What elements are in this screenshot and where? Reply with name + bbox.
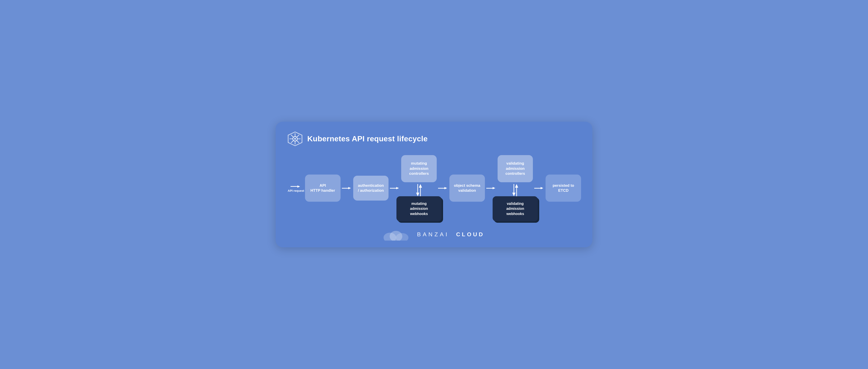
svg-marker-18 bbox=[444, 187, 447, 189]
flow-area: API request APIHTTP handler authenticati… bbox=[287, 155, 581, 221]
node-mutating-admission-label: mutatingadmissioncontrollers bbox=[409, 161, 429, 176]
validating-vertical-arrows bbox=[511, 184, 519, 196]
node-mutating-admission: mutatingadmissioncontrollers bbox=[401, 155, 437, 221]
svg-marker-15 bbox=[416, 193, 419, 196]
webhook-validating-box: validatingadmissionwebhooks bbox=[493, 196, 538, 221]
diagram-container: Kubernetes API request lifecycle API req… bbox=[276, 122, 592, 247]
svg-marker-13 bbox=[396, 187, 399, 189]
svg-marker-19 bbox=[493, 187, 495, 189]
mutating-vertical-arrows bbox=[415, 184, 423, 196]
node-api-http-handler-label: APIHTTP handler bbox=[310, 183, 335, 193]
brand-bold: CLOUD bbox=[456, 231, 485, 237]
initial-arrow-icon bbox=[297, 185, 301, 188]
brand-name: BANZAI bbox=[417, 231, 449, 237]
svg-line-8 bbox=[297, 140, 299, 143]
webhook-mutating-label: mutatingadmissionwebhooks bbox=[410, 202, 428, 216]
arrow3-icon bbox=[437, 187, 450, 190]
svg-marker-12 bbox=[348, 187, 351, 189]
svg-line-9 bbox=[297, 135, 299, 137]
api-request-label: API request bbox=[288, 189, 304, 193]
svg-marker-24 bbox=[540, 187, 543, 189]
webhook-validating-label: validatingadmissionwebhooks bbox=[506, 202, 524, 216]
svg-marker-11 bbox=[297, 186, 300, 188]
node-object-schema: object schemavalidation bbox=[450, 174, 485, 202]
webhook-mutating-box: mutatingadmissionwebhooks bbox=[397, 196, 442, 221]
node-validating-admission: validatingadmissioncontrollers validatin… bbox=[498, 155, 533, 221]
svg-marker-21 bbox=[512, 193, 516, 196]
arrow2-icon bbox=[389, 187, 401, 190]
node-api-http-handler: APIHTTP handler bbox=[305, 174, 341, 202]
banzai-waves-icon bbox=[383, 228, 411, 241]
arrow4-icon bbox=[485, 187, 498, 190]
kubernetes-logo-icon bbox=[287, 131, 303, 147]
arrow1-icon bbox=[341, 187, 353, 190]
header: Kubernetes API request lifecycle bbox=[287, 131, 581, 147]
brand-text: BANZAI CLOUD bbox=[417, 231, 485, 238]
svg-line-7 bbox=[291, 135, 293, 137]
svg-marker-17 bbox=[419, 184, 422, 188]
svg-marker-23 bbox=[515, 184, 518, 188]
node-object-schema-label: object schemavalidation bbox=[454, 183, 480, 193]
node-etcd-label: persisted toETCD bbox=[553, 183, 574, 193]
svg-point-2 bbox=[294, 138, 296, 139]
arrow5-icon bbox=[533, 187, 546, 190]
node-auth: authentication/ authorization bbox=[353, 176, 389, 201]
node-validating-admission-label: validatingadmissioncontrollers bbox=[505, 161, 525, 176]
footer: BANZAI CLOUD bbox=[287, 228, 581, 241]
node-auth-label: authentication/ authorization bbox=[358, 183, 384, 193]
node-etcd: persisted toETCD bbox=[546, 174, 581, 202]
page-title: Kubernetes API request lifecycle bbox=[307, 135, 428, 143]
svg-line-10 bbox=[291, 140, 293, 143]
